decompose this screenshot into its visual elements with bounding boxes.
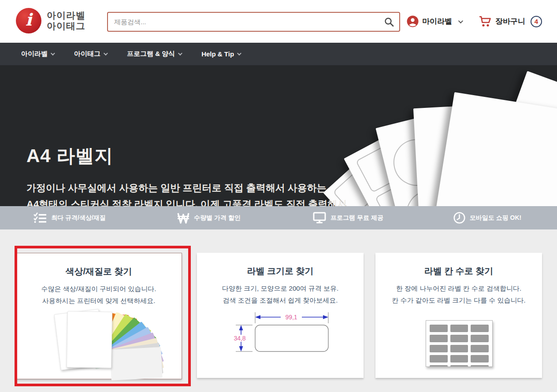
search-icon <box>384 17 394 27</box>
nav-item-help-tip[interactable]: Help & Tip <box>201 50 240 58</box>
search-options-section: 색상/재질로 찾기 수많은 색상/재질이 구비되어 있습니다. 사용하시는 프린… <box>0 229 557 392</box>
chevron-down-icon <box>51 51 55 55</box>
hero-description-line1: 가정이나 사무실에서 사용하는 일반 프린터로 직접 출력해서 사용하는 <box>26 180 347 196</box>
feature-label: 모바일도 쇼핑 OK! <box>470 214 521 222</box>
hero-banner: A4 라벨지 가정이나 사무실에서 사용하는 일반 프린터로 직접 출력해서 사… <box>0 65 557 206</box>
label-grid-sheet-image <box>426 320 493 367</box>
checklist-icon <box>33 212 47 224</box>
monitor-icon <box>313 212 326 224</box>
brand-name-line2: 아이태그 <box>47 21 85 31</box>
feature-discount: 수량별 가격 할인 <box>139 206 278 229</box>
brand-name-line1: 아이라벨 <box>47 10 85 21</box>
chevron-down-icon <box>458 18 463 23</box>
cart-text: 장바구니 <box>495 16 525 26</box>
brand-name: 아이라벨 아이태그 <box>47 10 85 31</box>
cart-count-badge[interactable]: 4 <box>531 16 542 27</box>
my-label-menu[interactable]: 마이라벨 <box>407 15 462 27</box>
won-icon <box>177 212 189 224</box>
my-label-text: 마이라벨 <box>422 16 452 26</box>
cart-menu[interactable]: 장바구니 4 <box>479 15 542 27</box>
card-search-by-label-size[interactable]: 라벨 크기로 찾기 다양한 크기, 모양으로 200여 규격 보유. 검색 조건… <box>197 253 364 378</box>
colored-papers-image <box>48 307 153 369</box>
feature-specs: 최다 규격/색상/재질 <box>0 206 139 229</box>
feature-mobile: 모바일도 쇼핑 OK! <box>418 206 557 229</box>
header: i 아이라벨 아이태그 마이라벨 <box>0 0 557 43</box>
card-title: 라벨 칸 수로 찾기 <box>375 265 542 277</box>
page-title: A4 라벨지 <box>26 144 113 168</box>
feature-label: 프로그램 무료 제공 <box>330 214 383 222</box>
nav-item-program-forms[interactable]: 프로그램 & 양식 <box>127 50 181 58</box>
label-dimension-diagram: 99,1 34,8 <box>231 311 334 357</box>
card-description: 다양한 크기, 모양으로 200여 규격 보유. 검색 조건을 조절해서 쉽게 … <box>197 282 364 306</box>
card-title: 라벨 크기로 찾기 <box>197 265 364 277</box>
chevron-down-icon <box>237 51 241 55</box>
cart-icon <box>479 15 492 27</box>
white-page <box>67 311 112 368</box>
nav-item-itag[interactable]: 아이태그 <box>74 50 107 58</box>
label-sheets-illustration <box>363 65 557 206</box>
feature-label: 최다 규격/색상/재질 <box>51 214 106 222</box>
search-button[interactable] <box>379 13 399 31</box>
chevron-down-icon <box>104 51 108 55</box>
height-dimension-label: 34,8 <box>234 335 245 342</box>
brand-logo[interactable]: i 아이라벨 아이태그 <box>16 8 85 33</box>
hero-description: 가정이나 사무실에서 사용하는 일반 프린터로 직접 출력해서 사용하는 A4형… <box>26 180 347 206</box>
nav-item-ilabel[interactable]: 아이라벨 <box>21 50 54 58</box>
main-nav: 아이라벨 아이태그 프로그램 & 양식 Help & Tip <box>0 43 557 65</box>
search-input[interactable] <box>108 18 379 26</box>
feature-label: 수량별 가격 할인 <box>194 214 241 222</box>
product-search-box <box>107 12 400 32</box>
card-title: 색상/재질로 찾기 <box>16 266 182 277</box>
card-search-by-color-material[interactable]: 색상/재질로 찾기 수많은 색상/재질이 구비되어 있습니다. 사용하시는 프린… <box>15 253 182 379</box>
feature-free-program: 프로그램 무료 제공 <box>278 206 418 229</box>
clock-icon <box>453 212 465 224</box>
user-icon <box>407 15 419 27</box>
chevron-down-icon <box>178 51 182 55</box>
width-dimension-label: 99,1 <box>285 314 297 321</box>
card-search-by-label-count[interactable]: 라벨 칸 수로 찾기 한 장에 나누어진 라벨 칸 수로 검색합니다. 칸 수가… <box>375 253 542 378</box>
feature-strip: 최다 규격/색상/재질 수량별 가격 할인 프로그램 무료 제공 모바일도 쇼핑… <box>0 206 557 229</box>
card-description: 수많은 색상/재질이 구비되어 있습니다. 사용하시는 프린터에 맞게 선택하세… <box>16 283 182 307</box>
header-right: 마이라벨 장바구니 4 <box>407 0 542 43</box>
brand-i-logo-icon: i <box>16 8 41 33</box>
card-description: 한 장에 나누어진 라벨 칸 수로 검색합니다. 칸 수가 같아도 라벨 크기는… <box>375 282 542 306</box>
hero-description-line2: A4형태의 스티커식 점착 라벨지 입니다. 이젠 고품격 라벨도 직접 출력해… <box>26 196 347 206</box>
